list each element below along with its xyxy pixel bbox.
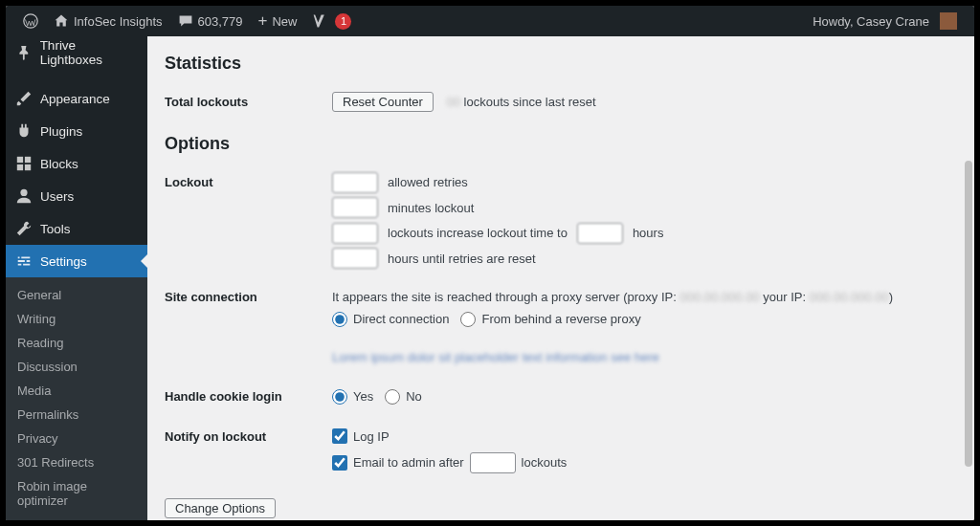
email-admin-post: lockouts	[522, 451, 568, 473]
new-label: New	[272, 14, 297, 29]
my-account-link[interactable]: Howdy, Casey Crane	[805, 6, 965, 36]
site-connection-notice: It appears the site is reached through a…	[332, 286, 957, 308]
new-content-link[interactable]: + New	[251, 6, 305, 36]
comments-count: 603,779	[198, 14, 243, 29]
svg-rect-2	[25, 157, 31, 163]
total-lockouts-label: Total lockouts	[165, 91, 332, 109]
yoast-badge: 1	[335, 13, 351, 30]
proxy-ip: 000.00.000.00	[679, 290, 759, 304]
pin-icon	[15, 44, 33, 61]
lockouts-count: 00	[446, 95, 459, 109]
svg-point-5	[20, 189, 27, 196]
hours-reset-input[interactable]	[332, 248, 378, 269]
svg-rect-4	[25, 164, 31, 170]
lockouts-increase-post: hours	[633, 222, 664, 244]
connection-help-blurred: Lorem ipsum dolor sit placeholder text i…	[332, 346, 957, 368]
submenu-media[interactable]: Media	[6, 379, 147, 403]
settings-content: Statistics Total lockouts Reset Counter …	[147, 36, 974, 520]
email-admin-checkbox[interactable]	[332, 455, 347, 471]
yoast-link[interactable]: 1	[304, 6, 359, 36]
plug-icon	[15, 122, 33, 140]
svg-rect-3	[17, 164, 23, 170]
sliders-icon	[15, 252, 33, 270]
scrollbar-thumb[interactable]	[965, 161, 972, 467]
submenu-writing[interactable]: Writing	[6, 307, 147, 331]
lockouts-increase-input[interactable]	[332, 223, 378, 244]
sidebar-item-plugins[interactable]: Plugins	[6, 115, 147, 147]
sidebar-item-blocks[interactable]: Blocks	[6, 147, 147, 180]
site-name-link[interactable]: InfoSec Insights	[46, 6, 170, 36]
submenu-reading[interactable]: Reading	[6, 331, 147, 355]
direct-connection-text: Direct connection	[353, 308, 449, 330]
user-icon	[15, 187, 33, 205]
submenu-wps-hide[interactable]: WPS Hide Login	[6, 513, 147, 520]
cookie-no-text: No	[406, 385, 422, 407]
comments-link[interactable]: 603,779	[170, 6, 251, 36]
minutes-lockout-input[interactable]	[332, 197, 378, 218]
wrench-icon	[15, 220, 33, 237]
brush-icon	[15, 90, 33, 107]
cookie-yes-radio[interactable]	[332, 389, 347, 405]
svg-rect-1	[17, 157, 23, 163]
change-options-button[interactable]: Change Options	[165, 498, 276, 518]
direct-connection-radio[interactable]	[332, 312, 347, 327]
sidebar-item-users[interactable]: Users	[6, 180, 147, 212]
options-heading: Options	[165, 134, 957, 154]
plus-icon: +	[258, 11, 268, 31]
cookie-yes-text: Yes	[353, 385, 373, 407]
admin-sidebar: Thrive Lightboxes Appearance Plugins Blo…	[6, 36, 147, 520]
lockouts-since-text: lockouts since last reset	[464, 95, 596, 109]
grid-icon	[15, 155, 33, 172]
lockouts-increase-hours-input[interactable]	[577, 223, 623, 244]
sidebar-item-label: Plugins	[40, 124, 82, 139]
avatar	[940, 12, 957, 30]
submenu-robin[interactable]: Robin image optimizer	[6, 474, 147, 513]
scrollbar[interactable]	[963, 36, 974, 520]
sidebar-item-label: Thrive Lightboxes	[40, 38, 140, 67]
email-admin-pre: Email to admin after	[353, 451, 464, 473]
site-name-text: InfoSec Insights	[74, 14, 163, 29]
reset-counter-button[interactable]: Reset Counter	[332, 92, 434, 112]
submenu-general[interactable]: General	[6, 283, 147, 307]
comment-icon	[178, 13, 193, 29]
submenu-privacy[interactable]: Privacy	[6, 427, 147, 450]
minutes-lockout-text: minutes lockout	[388, 197, 474, 219]
sidebar-item-label: Tools	[40, 222, 71, 236]
sidebar-item-label: Users	[40, 189, 74, 204]
sidebar-item-appearance[interactable]: Appearance	[6, 82, 147, 115]
log-ip-checkbox[interactable]	[332, 428, 347, 444]
sidebar-item-thrive-lightboxes[interactable]: Thrive Lightboxes	[6, 36, 147, 69]
sidebar-item-label: Blocks	[40, 157, 78, 171]
allowed-retries-input[interactable]	[332, 172, 378, 193]
email-admin-count-input[interactable]	[470, 452, 516, 473]
yoast-icon	[312, 13, 327, 29]
submenu-discussion[interactable]: Discussion	[6, 355, 147, 379]
lockout-label: Lockout	[165, 171, 332, 189]
wp-admin-frame: InfoSec Insights 603,779 + New 1 Howdy, …	[6, 6, 974, 520]
cookie-no-radio[interactable]	[385, 389, 400, 405]
statistics-heading: Statistics	[165, 54, 957, 74]
sidebar-item-label: Settings	[40, 254, 87, 269]
settings-submenu: General Writing Reading Discussion Media…	[6, 277, 147, 520]
log-ip-text: Log IP	[353, 426, 390, 448]
reverse-proxy-text: From behind a reverse proxy	[481, 308, 640, 330]
submenu-permalinks[interactable]: Permalinks	[6, 403, 147, 427]
admin-toolbar: InfoSec Insights 603,779 + New 1 Howdy, …	[6, 6, 974, 36]
howdy-text: Howdy, Casey Crane	[813, 14, 929, 29]
sidebar-item-settings[interactable]: Settings	[6, 245, 147, 277]
wordpress-icon	[23, 13, 38, 29]
sidebar-item-label: Appearance	[40, 92, 110, 106]
home-icon	[54, 13, 69, 29]
cookie-login-label: Handle cookie login	[165, 385, 332, 404]
site-connection-label: Site connection	[165, 286, 332, 304]
allowed-retries-text: allowed retries	[388, 171, 468, 193]
submenu-301[interactable]: 301 Redirects	[6, 450, 147, 474]
lockouts-increase-pre: lockouts increase lockout time to	[388, 222, 568, 244]
wp-logo[interactable]	[15, 6, 46, 36]
your-ip: 000.00.000.00	[810, 290, 889, 304]
sidebar-item-tools[interactable]: Tools	[6, 212, 147, 245]
hours-reset-text: hours until retries are reset	[388, 248, 536, 270]
notify-label: Notify on lockout	[165, 426, 332, 444]
reverse-proxy-radio[interactable]	[460, 312, 476, 327]
